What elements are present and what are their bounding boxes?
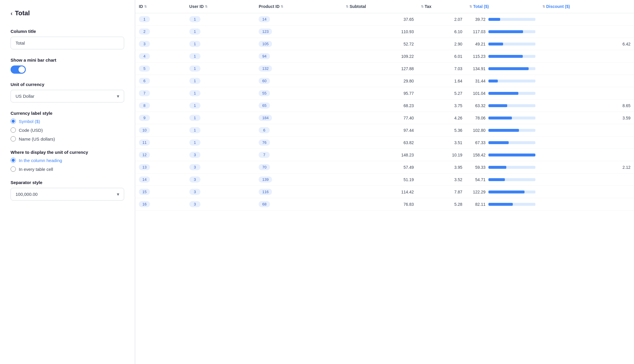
user-id-badge: 1 [189, 41, 200, 47]
table-row: 616029.801.64 31.44 [135, 75, 634, 87]
data-table: ID ⇅ User ID ⇅ Product ID ⇅ [135, 0, 634, 210]
cell-tax: 7.87 [417, 186, 466, 198]
col-total-label: Total ($) [473, 4, 489, 9]
cell-total: 115.23 [466, 50, 539, 63]
col-user-id-label: User ID [189, 4, 204, 9]
user-id-badge: 1 [189, 16, 200, 22]
col-header-user-id[interactable]: User ID ⇅ [186, 0, 255, 13]
radio-symbol-input[interactable] [11, 119, 16, 124]
total-value: 49.21 [469, 42, 485, 46]
total-bar-fill [488, 117, 512, 119]
radio-name[interactable]: Name (US dollars) [11, 136, 124, 141]
back-button[interactable]: ‹ Total [11, 9, 124, 17]
total-bar-track [488, 43, 535, 45]
cell-discount: 6.42 [539, 38, 634, 50]
total-value: 158.42 [469, 153, 485, 157]
radio-symbol-label: Symbol ($) [19, 119, 40, 124]
total-value: 59.33 [469, 165, 485, 170]
cell-product-id: 132 [255, 63, 342, 75]
cell-discount [539, 50, 634, 63]
col-header-id[interactable]: ID ⇅ [135, 0, 186, 13]
cell-subtotal: 109.22 [342, 50, 417, 63]
col-header-tax[interactable]: ⇅ Tax [417, 0, 466, 13]
cell-discount [539, 186, 634, 198]
cell-user-id: 1 [186, 38, 255, 50]
product-id-badge: 139 [259, 176, 272, 183]
total-bar-track [488, 117, 535, 119]
cell-discount [539, 198, 634, 210]
product-id-badge: 65 [259, 102, 270, 109]
cell-subtotal: 95.77 [342, 87, 417, 100]
total-bar-track [488, 104, 535, 107]
id-badge: 7 [139, 90, 150, 96]
table-row: 816568.233.75 63.32 8.65 [135, 100, 634, 112]
separator-style-label: Separator style [11, 180, 124, 185]
display-unit-group: In the column heading In every table cel… [11, 158, 124, 172]
radio-heading-input[interactable] [11, 158, 16, 163]
total-value: 39.72 [469, 17, 485, 22]
total-value: 78.06 [469, 116, 485, 120]
table-row: 1237148.2310.19 158.42 [135, 149, 634, 161]
column-title-label: Column title [11, 29, 124, 34]
separator-style-select[interactable]: 100,000.00 100.000,00 100 000.00 [11, 188, 124, 200]
product-id-badge: 14 [259, 16, 270, 22]
cell-product-id: 68 [255, 198, 342, 210]
total-bar-track [488, 166, 535, 169]
column-title-section: Column title [11, 29, 124, 58]
cell-id: 8 [135, 100, 186, 112]
cell-user-id: 1 [186, 75, 255, 87]
cell-id: 15 [135, 186, 186, 198]
unit-of-currency-wrapper: US Dollar Euro British Pound Japanese Ye… [11, 90, 124, 102]
col-header-product-id[interactable]: Product ID ⇅ [255, 0, 342, 13]
id-badge: 4 [139, 53, 150, 59]
unit-of-currency-select[interactable]: US Dollar Euro British Pound Japanese Ye… [11, 90, 124, 102]
id-sort-icon: ⇅ [144, 5, 147, 9]
cell-product-id: 65 [255, 100, 342, 112]
total-bar-track [488, 141, 535, 144]
separator-style-section: Separator style 100,000.00 100.000,00 10… [11, 180, 124, 200]
id-badge: 15 [139, 189, 150, 195]
cell-id: 14 [135, 173, 186, 186]
radio-cell[interactable]: In every table cell [11, 166, 124, 172]
total-bar-track [488, 80, 535, 82]
id-badge: 13 [139, 164, 150, 170]
cell-subtotal: 97.44 [342, 124, 417, 136]
cell-user-id: 1 [186, 13, 255, 26]
radio-code-input[interactable] [11, 127, 16, 133]
cell-tax: 6.10 [417, 26, 466, 38]
cell-subtotal: 51.19 [342, 173, 417, 186]
total-bar-fill [488, 129, 519, 132]
radio-heading[interactable]: In the column heading [11, 158, 124, 163]
cell-user-id: 3 [186, 198, 255, 210]
radio-code[interactable]: Code (USD) [11, 127, 124, 133]
table-row: 111437.652.07 39.72 [135, 13, 634, 26]
table-row: 9118477.404.26 78.06 3.59 [135, 112, 634, 124]
cell-product-id: 70 [255, 161, 342, 173]
column-title-input[interactable] [11, 37, 124, 49]
col-header-subtotal[interactable]: ⇅ Subtotal [342, 0, 417, 13]
cell-subtotal: 148.23 [342, 149, 417, 161]
product-id-badge: 132 [259, 65, 272, 72]
cell-id: 16 [135, 198, 186, 210]
radio-symbol[interactable]: Symbol ($) [11, 119, 124, 124]
user-id-badge: 3 [189, 201, 200, 207]
cell-total: 82.11 [466, 198, 539, 210]
cell-subtotal: 127.88 [342, 63, 417, 75]
cell-id: 13 [135, 161, 186, 173]
settings-panel: ‹ Total Column title Show a mini bar cha… [0, 0, 135, 364]
total-bar-track [488, 30, 535, 33]
cell-tax: 3.52 [417, 173, 466, 186]
unit-of-currency-section: Unit of currency US Dollar Euro British … [11, 82, 124, 102]
col-header-total[interactable]: ⇅ Total ($) [466, 0, 539, 13]
col-header-discount[interactable]: ⇅ Discount ($) [539, 0, 634, 13]
cell-tax: 3.75 [417, 100, 466, 112]
radio-name-input[interactable] [11, 136, 16, 141]
radio-cell-input[interactable] [11, 166, 16, 172]
col-discount-label: Discount ($) [546, 4, 570, 9]
cell-user-id: 3 [186, 161, 255, 173]
cell-total: 158.42 [466, 149, 539, 161]
user-id-badge: 1 [189, 115, 200, 121]
mini-bar-chart-toggle[interactable] [11, 65, 26, 74]
cell-user-id: 3 [186, 173, 255, 186]
mini-bar-chart-section: Show a mini bar chart [11, 58, 124, 74]
